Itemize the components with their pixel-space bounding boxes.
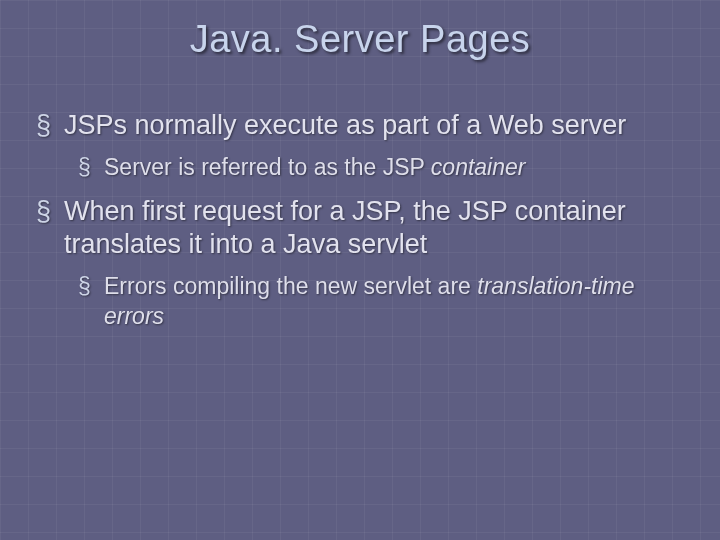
sub-list: Errors compiling the new servlet are tra… (64, 272, 684, 332)
list-item: Errors compiling the new servlet are tra… (78, 272, 684, 332)
sub-list: Server is referred to as the JSP contain… (64, 153, 684, 183)
bullet-list: JSPs normally execute as part of a Web s… (36, 109, 684, 332)
list-item: When first request for a JSP, the JSP co… (36, 195, 684, 332)
bullet-text: JSPs normally execute as part of a Web s… (64, 110, 626, 140)
bullet-text: Errors compiling the new servlet are (104, 273, 477, 299)
slide-title: Java. Server Pages (36, 18, 684, 61)
bullet-text: Server is referred to as the JSP (104, 154, 431, 180)
slide: Java. Server Pages JSPs normally execute… (0, 0, 720, 540)
list-item: Server is referred to as the JSP contain… (78, 153, 684, 183)
emphasis: container (431, 154, 526, 180)
bullet-text: When first request for a JSP, the JSP co… (64, 196, 626, 260)
list-item: JSPs normally execute as part of a Web s… (36, 109, 684, 183)
